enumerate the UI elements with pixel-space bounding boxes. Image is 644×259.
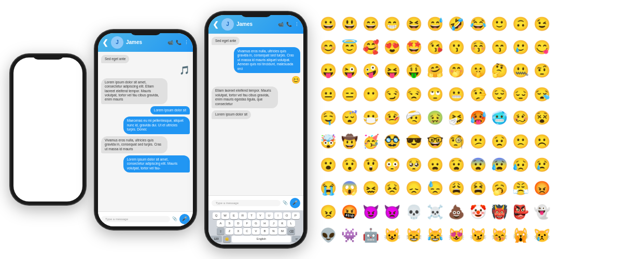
emoji-cell[interactable]: 😢: [532, 153, 552, 176]
emoji-cell[interactable]: 😒: [403, 83, 424, 105]
emoji-cell[interactable]: 😣: [382, 177, 402, 199]
emoji-cell[interactable]: 🥰: [361, 36, 381, 58]
emoji-cell[interactable]: 🤪: [361, 60, 381, 82]
emoji-cell[interactable]: 😊: [318, 36, 338, 58]
emoji-cell[interactable]: 🤨: [532, 60, 552, 82]
emoji-cell[interactable]: 😭: [318, 177, 338, 199]
emoji-cell[interactable]: 😱: [339, 177, 359, 199]
key-backspace[interactable]: ⌫: [287, 228, 295, 235]
emoji-cell[interactable]: 😵: [532, 107, 552, 129]
emoji-cell[interactable]: 👽: [318, 224, 338, 247]
mic-button[interactable]: 🎤: [179, 214, 190, 224]
key-u[interactable]: U: [265, 212, 273, 219]
emoji-cell[interactable]: 😴: [339, 107, 359, 129]
key-return[interactable]: ↩: [292, 236, 301, 242]
emoji-cell[interactable]: 😹: [425, 224, 445, 247]
video-icon[interactable]: 📹: [167, 40, 173, 45]
key-space[interactable]: English: [232, 236, 291, 242]
emoji-cell[interactable]: 🥵: [468, 107, 488, 129]
emoji-cell[interactable]: 🧐: [446, 130, 467, 152]
key-a[interactable]: A: [217, 220, 225, 227]
emoji-cell[interactable]: 😐: [318, 83, 338, 105]
call-icon-3[interactable]: 📞: [286, 22, 292, 27]
emoji-cell[interactable]: 🥸: [382, 130, 402, 152]
emoji-cell[interactable]: 😟: [489, 130, 509, 152]
key-x[interactable]: X: [234, 228, 242, 235]
emoji-cell[interactable]: 🤕: [403, 107, 424, 129]
emoji-cell[interactable]: 😲: [361, 153, 381, 176]
emoji-cell[interactable]: 😄: [361, 12, 381, 35]
emoji-cell[interactable]: 🤗: [425, 60, 445, 82]
emoji-cell[interactable]: 🤢: [425, 107, 445, 129]
key-m[interactable]: M: [278, 228, 286, 235]
emoji-cell[interactable]: 🤤: [318, 107, 338, 129]
emoji-cell[interactable]: 😽: [489, 224, 509, 247]
emoji-cell[interactable]: 😉: [532, 12, 552, 35]
more-icon-3[interactable]: ⋮: [295, 22, 299, 27]
emoji-cell[interactable]: 😯: [339, 153, 359, 176]
key-i[interactable]: I: [274, 212, 282, 219]
emoji-cell[interactable]: 🤩: [403, 36, 424, 58]
key-123[interactable]: 123: [211, 236, 222, 242]
emoji-cell[interactable]: 😑: [339, 83, 359, 105]
emoji-cell[interactable]: 🤡: [468, 200, 488, 223]
emoji-cell[interactable]: 🥺: [403, 153, 424, 176]
emoji-cell[interactable]: 😛: [318, 60, 338, 82]
emoji-cell[interactable]: 🙂: [489, 12, 509, 35]
emoji-cell[interactable]: 😚: [468, 36, 488, 58]
emoji-cell[interactable]: 😓: [425, 177, 445, 199]
emoji-cell[interactable]: 😬: [446, 83, 467, 105]
emoji-cell[interactable]: 😼: [468, 224, 488, 247]
key-w[interactable]: W: [221, 212, 229, 219]
emoji-cell[interactable]: 🤥: [468, 83, 488, 105]
key-o[interactable]: O: [283, 212, 291, 219]
emoji-cell[interactable]: 👹: [489, 200, 509, 223]
emoji-cell[interactable]: 🥳: [361, 130, 381, 152]
emoji-cell[interactable]: 😏: [382, 83, 402, 105]
emoji-cell[interactable]: 👻: [532, 200, 552, 223]
attach-icon-3[interactable]: 📎: [283, 200, 288, 205]
key-f[interactable]: F: [243, 220, 251, 227]
emoji-cell[interactable]: 🥲: [510, 36, 530, 58]
emoji-cell[interactable]: 😺: [382, 224, 402, 247]
key-p[interactable]: P: [292, 212, 300, 219]
emoji-cell[interactable]: 🤔: [489, 60, 509, 82]
emoji-cell[interactable]: 😁: [382, 12, 402, 35]
emoji-cell[interactable]: 😃: [339, 12, 359, 35]
emoji-cell[interactable]: ☠️: [425, 200, 445, 223]
emoji-cell[interactable]: 😮: [318, 153, 338, 176]
emoji-cell[interactable]: 👾: [339, 224, 359, 247]
emoji-cell[interactable]: 😷: [361, 107, 381, 129]
key-n[interactable]: N: [270, 228, 277, 235]
emoji-cell[interactable]: 🤭: [446, 60, 467, 82]
emoji-cell[interactable]: 🤧: [446, 107, 467, 129]
emoji-cell[interactable]: 🤣: [446, 12, 467, 35]
emoji-cell[interactable]: 🥶: [489, 107, 509, 129]
emoji-cell[interactable]: 😩: [446, 177, 467, 199]
message-input[interactable]: Type a message: [101, 216, 170, 222]
emoji-cell[interactable]: 😰: [489, 153, 509, 176]
emoji-cell[interactable]: 😧: [446, 153, 467, 176]
emoji-cell[interactable]: 🤓: [425, 130, 445, 152]
emoji-cell[interactable]: 🙄: [425, 83, 445, 105]
emoji-cell[interactable]: 😎: [403, 130, 424, 152]
emoji-cell[interactable]: 👺: [510, 200, 530, 223]
emoji-cell[interactable]: 😶: [361, 83, 381, 105]
emoji-cell[interactable]: 😤: [510, 177, 530, 199]
emoji-cell[interactable]: 😜: [339, 60, 359, 82]
emoji-cell[interactable]: 🙃: [510, 12, 530, 35]
key-y[interactable]: Y: [257, 212, 264, 219]
emoji-cell[interactable]: 🤠: [339, 130, 359, 152]
emoji-cell[interactable]: 😪: [532, 83, 552, 105]
key-q[interactable]: Q: [213, 212, 220, 219]
key-z[interactable]: Z: [226, 228, 233, 235]
emoji-cell[interactable]: 😈: [361, 200, 381, 223]
emoji-cell[interactable]: 😂: [468, 12, 488, 35]
call-icon[interactable]: 📞: [176, 40, 181, 45]
key-t[interactable]: T: [248, 212, 256, 219]
key-h[interactable]: H: [261, 220, 269, 227]
emoji-cell[interactable]: 😸: [403, 224, 424, 247]
emoji-cell[interactable]: 😍: [382, 36, 402, 58]
key-l[interactable]: L: [287, 220, 295, 227]
emoji-cell[interactable]: 😘: [425, 36, 445, 58]
